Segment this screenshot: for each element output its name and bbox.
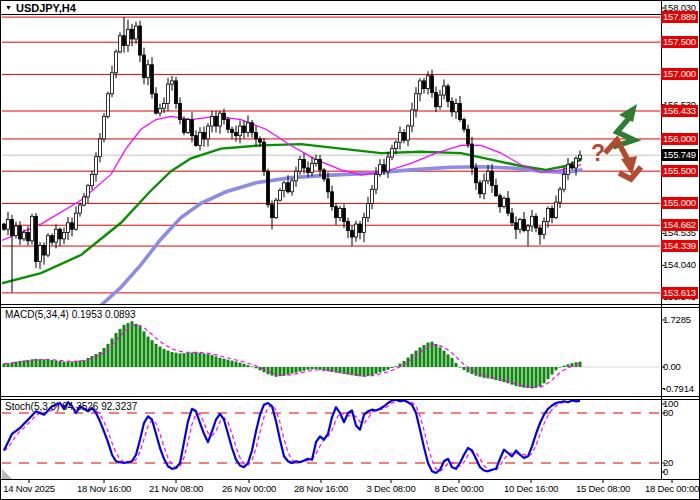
candle-body — [451, 102, 454, 112]
macd-histogram-bar — [191, 352, 194, 367]
macd-pane-group — [1, 321, 661, 388]
macd-histogram-bar — [131, 321, 134, 367]
stoch-name: Stoch(5,3,3) — [5, 401, 59, 412]
candle-body — [547, 209, 550, 222]
candle-body — [119, 36, 122, 52]
price-level-badge: 154.662 — [661, 219, 698, 231]
symbol-label: USDJPY,H4 — [16, 2, 76, 14]
macd-histogram-bar — [271, 367, 274, 376]
candle-body — [107, 94, 110, 117]
candle-body — [403, 132, 406, 140]
candle-body — [111, 73, 114, 94]
price-axis[interactable]: 158.030156.530154.535154.040153.545157.8… — [660, 1, 699, 479]
candle-body — [351, 231, 354, 237]
candle-body — [179, 103, 182, 119]
candle-body — [99, 139, 102, 157]
candle-body — [75, 213, 78, 229]
candle-body — [227, 120, 230, 130]
current-price-badge: 155.749 — [661, 149, 698, 161]
macd-histogram-bar — [171, 352, 174, 367]
candle-body — [383, 165, 386, 171]
candle-body — [295, 171, 298, 181]
macd-histogram-bar — [63, 362, 66, 367]
macd-histogram-bar — [455, 363, 458, 367]
candle-body — [327, 179, 330, 192]
macd-histogram-bar — [543, 367, 546, 383]
macd-histogram-bar — [183, 353, 186, 367]
macd-signal-value: 0.0893 — [105, 309, 136, 320]
macd-histogram-bar — [195, 352, 198, 367]
macd-histogram-bar — [243, 364, 246, 367]
candle-body — [35, 216, 38, 261]
candle-body — [419, 81, 422, 94]
time-axis[interactable]: 14 Nov 202518 Nov 16:0021 Nov 08:0026 No… — [1, 480, 700, 500]
candle-body — [147, 65, 150, 78]
main-pane-group: ? — [1, 17, 661, 305]
candle-body — [391, 149, 394, 157]
macd-histogram-bar — [163, 349, 166, 367]
macd-histogram-bar — [447, 354, 450, 367]
candle-body — [475, 168, 478, 183]
candle-body — [263, 142, 266, 171]
candle-body — [355, 224, 358, 237]
candle-body — [195, 136, 198, 146]
macd-histogram-bar — [567, 364, 570, 367]
candle-body — [47, 236, 50, 255]
candle-body — [503, 198, 506, 206]
stoch-indicator-label: Stoch(5,3,3) 94.3526 92.3237 — [5, 401, 137, 412]
macd-histogram-bar — [275, 367, 278, 377]
macd-histogram-bar — [539, 367, 542, 387]
macd-histogram-bar — [347, 367, 350, 375]
candle-body — [211, 116, 214, 126]
macd-histogram-bar — [531, 367, 534, 388]
macd-histogram-bar — [579, 362, 582, 367]
stoch-scale-label: 80 — [663, 407, 673, 418]
symbol-selector[interactable]: ▼ USDJPY,H4 — [5, 2, 76, 14]
candle-body — [79, 205, 82, 213]
macd-histogram-bar — [107, 344, 110, 367]
candle-body — [507, 198, 510, 213]
time-label: 21 Nov 08:00 — [149, 483, 203, 494]
macd-histogram-bar — [143, 331, 146, 367]
time-label: 18 Nov 16:00 — [77, 483, 131, 494]
macd-histogram-bar — [391, 367, 394, 368]
candle-body — [347, 221, 350, 230]
chart-window: ▼ USDJPY,H4 ? MACD(5,34,4) 0.1953 0.0893… — [0, 0, 700, 500]
macd-histogram-bar — [71, 362, 74, 367]
candle-body — [231, 129, 234, 132]
macd-histogram-bar — [15, 362, 18, 367]
macd-histogram-bar — [135, 324, 138, 367]
candle-body — [511, 213, 514, 223]
time-label: 26 Nov 00:00 — [222, 483, 276, 494]
price-level-badge: 156.433 — [661, 105, 698, 117]
stoch-d-value: 92.3237 — [101, 401, 137, 412]
candle-body — [175, 81, 178, 104]
time-label: 18 Dec 00:00 — [645, 483, 699, 494]
candle-body — [455, 103, 458, 111]
price-level-badge: 155.000 — [661, 197, 698, 209]
macd-histogram-bar — [147, 337, 150, 367]
candle-body — [543, 221, 546, 234]
candle-body — [219, 113, 222, 126]
candle-body — [275, 200, 278, 217]
chart-canvas[interactable]: ? — [1, 1, 700, 500]
macd-histogram-bar — [535, 367, 538, 388]
candle-body — [39, 245, 42, 261]
pane-resize-grip[interactable] — [2, 469, 12, 479]
macd-histogram-bar — [103, 348, 106, 367]
candle-body — [143, 55, 146, 78]
candle-body — [135, 26, 138, 39]
macd-histogram-bar — [523, 367, 526, 388]
candle-body — [331, 192, 334, 207]
candle-body — [155, 94, 158, 113]
candle-body — [207, 126, 210, 139]
macd-histogram-bar — [395, 366, 398, 367]
candle-body — [67, 223, 70, 233]
time-label: 8 Dec 00:00 — [434, 483, 483, 494]
macd-histogram-bar — [463, 367, 466, 370]
macd-histogram-bar — [435, 344, 438, 367]
macd-histogram-bar — [547, 367, 550, 379]
candle-body — [43, 245, 46, 255]
macd-histogram-bar — [55, 360, 58, 367]
macd-histogram-bar — [207, 354, 210, 367]
